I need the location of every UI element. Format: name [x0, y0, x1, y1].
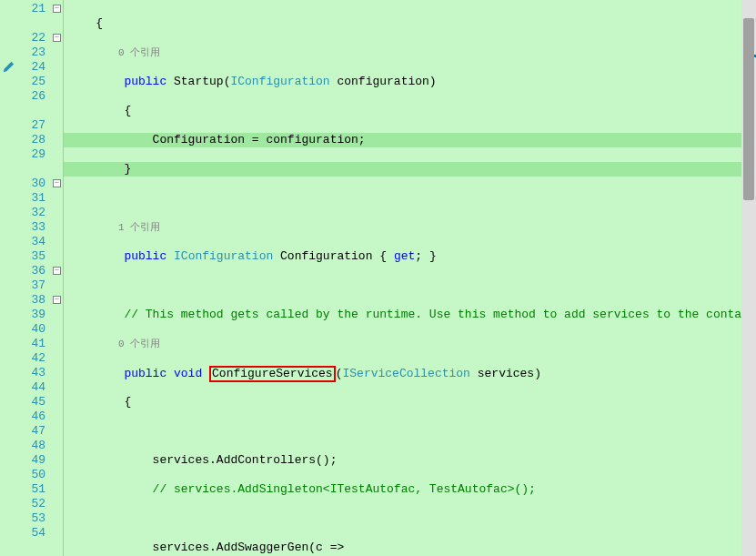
line-number: 48: [16, 439, 45, 453]
code-line: public void ConfigureServices(IServiceCo…: [64, 366, 756, 380]
code-line: [64, 191, 756, 206]
line-number: 27: [16, 118, 45, 133]
code-line: [64, 278, 756, 293]
line-number: 44: [16, 380, 45, 395]
line-number: 35: [16, 249, 45, 264]
line-number: 22: [16, 31, 45, 45]
fold-toggle[interactable]: −: [53, 34, 61, 42]
line-number: 45: [16, 395, 45, 409]
line-number: 43: [16, 366, 45, 380]
line-number: 32: [16, 206, 45, 220]
code-line: {: [64, 395, 756, 409]
line-number: 42: [16, 351, 45, 366]
code-line-current: Configuration = configuration;: [64, 133, 756, 147]
line-number: 23: [16, 45, 45, 60]
line-number: 52: [16, 497, 45, 511]
line-number: 54: [16, 526, 45, 541]
fold-toggle[interactable]: −: [53, 296, 61, 304]
line-number: 26: [16, 89, 45, 104]
line-number: 50: [16, 468, 45, 482]
fold-column[interactable]: −−−−−−: [51, 0, 64, 556]
line-number: 38: [16, 293, 45, 308]
line-number: 29: [16, 147, 45, 162]
code-line: 0 个引用: [64, 337, 756, 351]
line-number: 37: [16, 278, 45, 293]
highlighted-method-box: ConfigureServices: [209, 366, 336, 382]
line-number: [16, 162, 45, 177]
line-number: [16, 104, 45, 118]
code-line: // services.AddSingleton<ITestAutofac, T…: [64, 482, 756, 497]
breakpoint-margin[interactable]: [0, 0, 16, 556]
line-number: 47: [16, 424, 45, 439]
code-line: services.AddSwaggerGen(c =>: [64, 541, 756, 555]
code-line: 0 个引用: [64, 45, 756, 60]
code-line: }: [64, 162, 756, 177]
line-number: 31: [16, 191, 45, 206]
line-number: 53: [16, 511, 45, 526]
line-number: 40: [16, 322, 45, 337]
fold-toggle[interactable]: −: [53, 179, 61, 187]
pencil-icon: [2, 60, 15, 73]
code-line: // This method gets called by the runtim…: [64, 308, 756, 322]
code-line: services.AddControllers();: [64, 453, 756, 468]
line-number-gutter: 2122232425262728293031323334353637383940…: [16, 0, 51, 556]
line-number: 49: [16, 453, 45, 468]
line-number: 33: [16, 220, 45, 235]
code-line: public Startup(IConfiguration configurat…: [64, 75, 756, 89]
line-number: [16, 541, 45, 555]
code-line: [64, 424, 756, 439]
line-number: 46: [16, 409, 45, 424]
scrollbar-thumb[interactable]: [743, 18, 754, 200]
codelens[interactable]: 0 个引用: [67, 339, 160, 349]
fold-toggle[interactable]: −: [53, 267, 61, 275]
code-editor[interactable]: { 0 个引用 public Startup(IConfiguration co…: [64, 0, 756, 556]
line-number: 34: [16, 235, 45, 249]
code-line: [64, 511, 756, 526]
codelens[interactable]: 1 个引用: [67, 222, 160, 233]
line-number: [16, 16, 45, 31]
code-line: public IConfiguration Configuration { ge…: [64, 249, 756, 264]
line-number: 30: [16, 177, 45, 191]
line-number: 24: [16, 60, 45, 75]
line-number: 41: [16, 337, 45, 351]
line-number: 39: [16, 308, 45, 322]
line-number: 28: [16, 133, 45, 147]
code-line: {: [64, 16, 756, 31]
codelens[interactable]: 0 个引用: [67, 47, 160, 58]
vertical-scrollbar[interactable]: [741, 0, 756, 556]
code-line: {: [64, 104, 756, 118]
line-number: 51: [16, 482, 45, 497]
line-number: 36: [16, 264, 45, 278]
line-number: 25: [16, 75, 45, 89]
fold-toggle[interactable]: −: [53, 5, 61, 13]
code-line: 1 个引用: [64, 220, 756, 235]
line-number: 21: [16, 2, 45, 16]
